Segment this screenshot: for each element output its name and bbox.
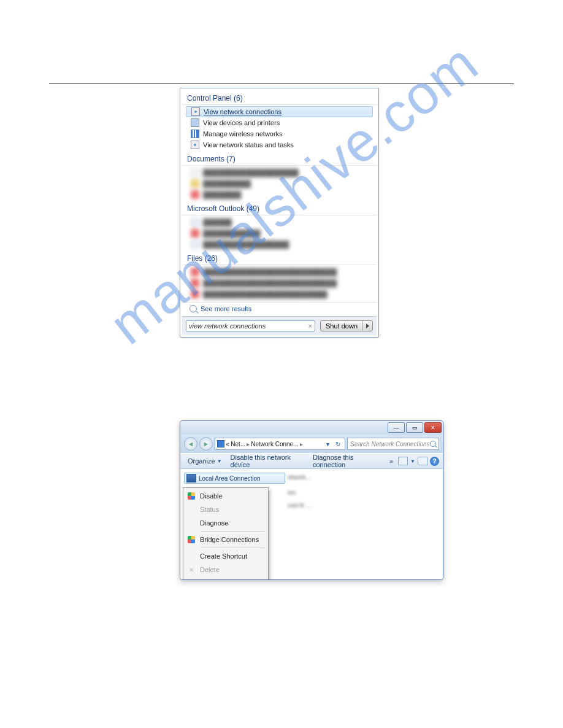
chevron-down-icon: ▼ — [217, 459, 222, 464]
menu-divider — [201, 531, 264, 532]
start-menu-footer: view network connections × Shut down — [182, 316, 377, 335]
mail-icon — [191, 240, 199, 249]
result-outlook-blurred[interactable]: ████████████ — [182, 228, 377, 239]
menu-divider — [201, 548, 264, 548]
other-connection-partial: etwork... ion ced-N ... — [288, 474, 311, 509]
group-header-files[interactable]: Files (26) — [182, 251, 377, 265]
result-file-blurred[interactable]: ████████████████████████████ — [182, 277, 377, 288]
result-view-devices-printers[interactable]: View devices and printers — [182, 117, 377, 128]
result-label: Manage wireless networks — [203, 130, 283, 137]
shield-icon — [186, 535, 196, 544]
search-icon — [190, 305, 197, 312]
view-options-button[interactable] — [398, 457, 408, 465]
result-label: View network status and tasks — [203, 141, 294, 149]
group-header-control-panel[interactable]: Control Panel (6) — [182, 91, 377, 105]
control-panel-icon — [217, 440, 224, 447]
pdf-icon — [191, 290, 199, 298]
zip-icon — [191, 179, 199, 188]
result-document-blurred[interactable]: ████████████████████ — [182, 167, 377, 178]
pdf-icon — [191, 268, 199, 276]
preview-pane-button[interactable] — [418, 457, 427, 465]
result-file-blurred[interactable]: ████████████████████████████ — [182, 266, 377, 277]
see-more-results-link[interactable]: See more results — [182, 302, 377, 316]
breadcrumb-current[interactable]: Network Conne... — [251, 441, 298, 447]
context-menu: Disable Status Diagnose Bridge Connectio… — [183, 487, 269, 580]
result-file-blurred[interactable]: ██████████████████████████ — [182, 288, 377, 300]
chevron-right-icon: ▸ — [247, 441, 250, 447]
result-label: View network connections — [204, 108, 282, 115]
close-button[interactable]: ✕ — [424, 422, 442, 433]
local-area-connection-item[interactable]: Local Area Connection — [184, 473, 285, 484]
back-button[interactable]: ◄ — [184, 437, 197, 451]
search-icon — [430, 441, 436, 447]
search-placeholder: Search Network Connections — [350, 441, 430, 447]
file-icon — [191, 168, 199, 177]
chevron-down-icon[interactable]: ▼ — [410, 459, 415, 464]
result-outlook-blurred[interactable]: ██████ — [182, 217, 377, 228]
result-outlook-blurred[interactable]: ██████████████████ — [182, 239, 377, 250]
shut-down-label[interactable]: Shut down — [321, 321, 362, 331]
pdf-icon — [191, 190, 199, 199]
result-document-blurred[interactable]: ████████ — [182, 189, 377, 200]
refresh-icon[interactable]: ↻ — [333, 441, 343, 447]
search-input-value: view network connections — [189, 322, 266, 330]
group-header-outlook[interactable]: Microsoft Outlook (49) — [182, 201, 377, 215]
chevron-right-icon: ▸ — [300, 441, 303, 447]
result-view-network-status[interactable]: View network status and tasks — [182, 139, 377, 150]
ctx-rename[interactable]: Rename — [185, 576, 267, 580]
shield-icon — [186, 491, 196, 501]
mail-icon — [191, 218, 199, 227]
result-view-network-connections[interactable]: View network connections — [186, 106, 373, 117]
maximize-button[interactable]: ▭ — [406, 422, 423, 433]
ctx-diagnose[interactable]: Diagnose — [185, 516, 267, 530]
result-label: View devices and printers — [203, 119, 280, 126]
result-manage-wireless-networks[interactable]: Manage wireless networks — [182, 128, 377, 139]
delete-icon: ✕ — [186, 565, 196, 575]
forward-button[interactable]: ► — [199, 437, 213, 451]
ethernet-icon — [186, 474, 196, 482]
connection-name: Local Area Connection — [199, 475, 261, 482]
shut-down-options-arrow[interactable] — [362, 321, 372, 331]
search-input[interactable]: Search Network Connections — [347, 438, 439, 450]
breadcrumb-root[interactable]: « Net... — [226, 441, 245, 447]
address-breadcrumb[interactable]: « Net... ▸ Network Conne... ▸ ▾ ↻ — [215, 438, 345, 450]
organize-button[interactable]: Organize ▼ — [184, 455, 226, 467]
chevron-right-icon — [366, 323, 369, 328]
start-menu-search-panel: Control Panel (6) View network connectio… — [180, 88, 379, 338]
ctx-create-shortcut[interactable]: Create Shortcut — [185, 549, 267, 563]
toolbar-overflow-button[interactable]: » — [386, 455, 397, 467]
pdf-icon — [191, 279, 199, 287]
dropdown-icon[interactable]: ▾ — [324, 441, 332, 447]
group-header-documents[interactable]: Documents (7) — [182, 152, 377, 166]
window-toolbar: Organize ▼ Disable this network device D… — [180, 453, 443, 469]
clear-search-icon[interactable]: × — [308, 322, 312, 330]
network-icon — [191, 107, 200, 116]
wireless-icon — [191, 130, 199, 138]
result-document-blurred[interactable]: ██████████ — [182, 178, 377, 189]
disable-device-button[interactable]: Disable this network device — [227, 452, 308, 470]
printer-icon — [191, 118, 199, 127]
ctx-delete: ✕ Delete — [185, 563, 267, 576]
network-connections-window: — ▭ ✕ ◄ ► « Net... ▸ Network Conne... ▸ … — [180, 420, 443, 580]
search-input[interactable]: view network connections × — [186, 320, 315, 331]
ctx-disable[interactable]: Disable — [185, 489, 267, 503]
see-more-label: See more results — [201, 305, 251, 312]
ctx-bridge-connections[interactable]: Bridge Connections — [185, 533, 267, 546]
pdf-icon — [191, 229, 199, 238]
network-icon — [191, 141, 199, 149]
help-button[interactable]: ? — [430, 457, 439, 466]
ctx-status: Status — [185, 503, 267, 516]
shut-down-button[interactable]: Shut down — [320, 320, 373, 331]
shield-icon — [186, 578, 196, 580]
window-content-area[interactable]: Local Area Connection etwork... ion ced-… — [180, 469, 443, 579]
diagnose-connection-button[interactable]: Diagnose this connection — [309, 452, 385, 470]
page-divider — [49, 83, 514, 84]
window-nav-bar: ◄ ► « Net... ▸ Network Conne... ▸ ▾ ↻ Se… — [180, 435, 443, 453]
window-titlebar[interactable]: — ▭ ✕ — [180, 421, 443, 435]
minimize-button[interactable]: — — [388, 422, 405, 433]
